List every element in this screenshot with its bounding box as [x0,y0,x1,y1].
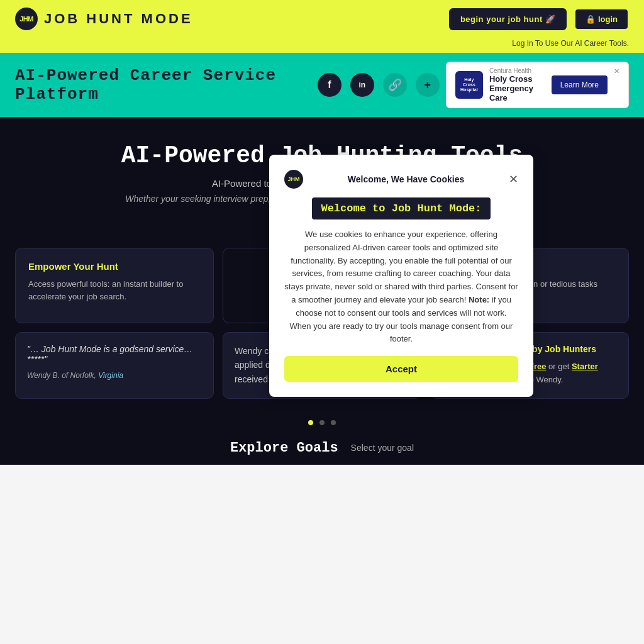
linkedin-icon[interactable]: in [350,73,374,97]
header-right: begin your job hunt 🚀 🔒 login [449,8,629,30]
logo-badge: JHM [15,8,38,30]
explore-sub: Select your goal [351,443,414,453]
nav-icons: f in 🔗 + [318,73,440,97]
logo-area: JHM JOB HUNT MODE [15,8,193,30]
cookie-logo: JHM [284,170,303,189]
testimonial-cite: Wendy B. of Norfolk, Virginia [27,371,123,380]
ad-text: Centura Health Holy Cross Emergency Care [489,67,545,103]
ad-title: Holy Cross Emergency Care [489,74,545,103]
cookie-header-title: Welcome, We Have Cookies [303,174,509,184]
header: JHM JOB HUNT MODE begin your job hunt 🚀 … [0,0,644,38]
dot-3[interactable] [331,420,336,425]
nav-right: f in 🔗 + HolyCrossHospital Centura Healt… [318,62,629,108]
cookie-body: We use cookies to enhance your experienc… [284,228,518,346]
explore-row: Explore Goals Select your goal [0,431,644,465]
card-empower: Empower Your Hunt Access powerful tools:… [15,248,214,323]
card-empower-title: Empower Your Hunt [28,261,201,272]
card-empower-body: Access powerful tools: an instant builde… [28,278,201,303]
nav-banner: AI-Powered Career Service Platform f in … [0,53,644,117]
ad-banner: HolyCrossHospital Centura Health Holy Cr… [446,62,629,108]
ad-sponsor: Centura Health [489,67,545,74]
cookie-header: JHM Welcome, We Have Cookies ✕ [284,170,518,189]
accept-button[interactable]: Accept [284,356,518,382]
cookie-welcome-msg: Welcome to Job Hunt Mode: [312,197,490,219]
testimonial-quote: "… Job Hunt Mode is a godsend service… *… [27,344,202,364]
nav-title: AI-Powered Career Service Platform [15,66,318,104]
learn-more-button[interactable]: Learn More [552,75,608,94]
cookie-body-text: We use cookies to enhance your experienc… [284,230,518,304]
logo-text: JOB HUNT MODE [44,11,193,27]
cookie-popup: JHM Welcome, We Have Cookies ✕ Welcome t… [269,155,533,397]
plus-icon[interactable]: + [416,73,440,97]
cookie-note-label: Note: [469,295,489,304]
facebook-icon[interactable]: f [318,73,341,97]
cookie-close-button[interactable]: ✕ [509,172,518,186]
dot-2[interactable] [319,420,325,425]
ad-logo: HolyCrossHospital [455,71,483,99]
login-button[interactable]: 🔒 login [574,8,629,30]
header-sub-text: Log In To Use Our AI Career Tools. [0,38,644,53]
begin-job-hunt-button[interactable]: begin your job hunt 🚀 [449,8,567,30]
link-icon[interactable]: 🔗 [383,73,407,97]
testimonial-location: Virginia [98,371,123,380]
carousel-dots [0,414,644,431]
explore-title: Explore Goals [230,440,338,456]
testimonial-card: "… Job Hunt Mode is a godsend service… *… [15,332,214,399]
ad-close-icon[interactable]: ✕ [614,67,619,75]
main-hero: AI-Powered Job Hunting Tools AI-Powered … [0,117,644,235]
dot-1[interactable] [308,420,313,425]
